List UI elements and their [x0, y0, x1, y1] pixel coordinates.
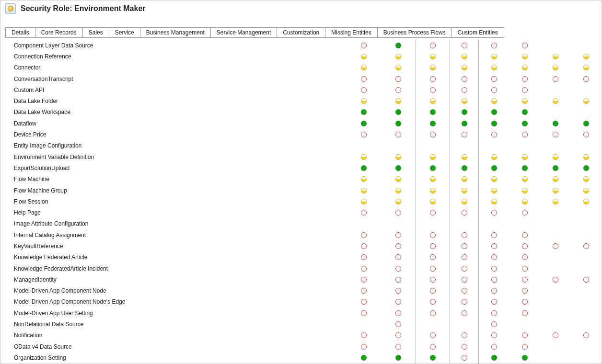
perm-user-icon[interactable]: [583, 154, 589, 160]
perm-user-icon[interactable]: [522, 54, 528, 59]
perm-cell[interactable]: [479, 185, 509, 196]
perm-none-icon[interactable]: [430, 232, 436, 238]
perm-cell[interactable]: [509, 151, 540, 162]
perm-none-icon[interactable]: [522, 344, 528, 350]
perm-cell[interactable]: [509, 73, 540, 84]
perm-none-icon[interactable]: [491, 243, 497, 249]
perm-cell[interactable]: [450, 95, 479, 106]
perm-none-icon[interactable]: [361, 310, 367, 316]
perm-none-icon[interactable]: [430, 254, 436, 260]
perm-none-icon[interactable]: [361, 332, 367, 338]
tab-core-records[interactable]: Core Records: [35, 27, 83, 38]
perm-cell[interactable]: [381, 196, 416, 207]
perm-cell[interactable]: [347, 95, 381, 106]
perm-cell[interactable]: [509, 252, 540, 263]
perm-none-icon[interactable]: [553, 132, 558, 137]
perm-cell[interactable]: [347, 285, 381, 296]
perm-cell[interactable]: [347, 307, 381, 318]
perm-user-icon[interactable]: [583, 98, 589, 104]
perm-org-icon[interactable]: [462, 165, 467, 171]
perm-cell[interactable]: [450, 274, 479, 285]
perm-cell[interactable]: [479, 73, 509, 84]
perm-cell[interactable]: [571, 140, 602, 151]
perm-user-icon[interactable]: [361, 199, 367, 205]
perm-user-icon[interactable]: [522, 188, 528, 193]
perm-none-icon[interactable]: [462, 76, 467, 82]
perm-cell[interactable]: [450, 62, 479, 73]
perm-none-icon[interactable]: [491, 288, 497, 294]
perm-cell[interactable]: [540, 185, 571, 196]
perm-cell[interactable]: [416, 341, 450, 352]
perm-cell[interactable]: [509, 95, 540, 106]
perm-cell[interactable]: [479, 107, 509, 118]
perm-user-icon[interactable]: [430, 54, 436, 59]
perm-cell[interactable]: [381, 73, 416, 84]
perm-cell[interactable]: [571, 263, 602, 274]
perm-none-icon[interactable]: [462, 299, 467, 305]
perm-user-icon[interactable]: [430, 65, 436, 70]
perm-cell[interactable]: [571, 40, 602, 51]
perm-cell[interactable]: [540, 263, 571, 274]
perm-cell[interactable]: [571, 274, 602, 285]
perm-none-icon[interactable]: [361, 254, 367, 260]
perm-none-icon[interactable]: [430, 87, 436, 93]
perm-none-icon[interactable]: [491, 87, 497, 93]
perm-none-icon[interactable]: [522, 277, 528, 283]
perm-cell[interactable]: [509, 274, 540, 285]
perm-cell[interactable]: [540, 207, 571, 218]
perm-cell[interactable]: [347, 129, 381, 140]
perm-user-icon[interactable]: [553, 98, 558, 104]
perm-user-icon[interactable]: [522, 199, 528, 205]
perm-none-icon[interactable]: [553, 76, 558, 82]
perm-cell[interactable]: [381, 62, 416, 73]
perm-org-icon[interactable]: [583, 165, 589, 171]
perm-org-icon[interactable]: [522, 109, 528, 115]
perm-cell[interactable]: [347, 118, 381, 129]
perm-cell[interactable]: [571, 84, 602, 95]
perm-user-icon[interactable]: [430, 98, 436, 104]
perm-cell[interactable]: [540, 307, 571, 318]
perm-cell[interactable]: [347, 40, 381, 51]
perm-none-icon[interactable]: [462, 310, 467, 316]
perm-cell[interactable]: [509, 240, 540, 251]
perm-cell[interactable]: [381, 274, 416, 285]
perm-cell[interactable]: [479, 263, 509, 274]
perm-cell[interactable]: [347, 274, 381, 285]
perm-cell[interactable]: [450, 129, 479, 140]
perm-cell[interactable]: [540, 62, 571, 73]
perm-cell[interactable]: [479, 218, 509, 229]
perm-org-icon[interactable]: [583, 121, 589, 126]
perm-cell[interactable]: [347, 174, 381, 185]
perm-cell[interactable]: [450, 341, 479, 352]
perm-cell[interactable]: [347, 151, 381, 162]
perm-cell[interactable]: [540, 240, 571, 251]
perm-none-icon[interactable]: [522, 132, 528, 137]
perm-user-icon[interactable]: [553, 188, 558, 193]
tab-sales[interactable]: Sales: [82, 27, 109, 38]
perm-org-icon[interactable]: [395, 121, 401, 126]
perm-none-icon[interactable]: [395, 310, 401, 316]
perm-cell[interactable]: [381, 174, 416, 185]
perm-cell[interactable]: [479, 95, 509, 106]
perm-user-icon[interactable]: [522, 65, 528, 70]
perm-cell[interactable]: [479, 274, 509, 285]
perm-cell[interactable]: [381, 218, 416, 229]
perm-none-icon[interactable]: [522, 299, 528, 305]
perm-cell[interactable]: [540, 196, 571, 207]
perm-cell[interactable]: [347, 73, 381, 84]
perm-org-icon[interactable]: [491, 355, 497, 361]
perm-org-icon[interactable]: [395, 355, 401, 361]
perm-user-icon[interactable]: [430, 176, 436, 182]
perm-none-icon[interactable]: [491, 43, 497, 48]
perm-none-icon[interactable]: [491, 277, 497, 283]
perm-user-icon[interactable]: [430, 154, 436, 160]
perm-cell[interactable]: [571, 62, 602, 73]
perm-none-icon[interactable]: [522, 266, 528, 272]
perm-none-icon[interactable]: [361, 76, 367, 82]
perm-none-icon[interactable]: [361, 299, 367, 305]
perm-org-icon[interactable]: [395, 109, 401, 115]
perm-none-icon[interactable]: [395, 288, 401, 294]
perm-user-icon[interactable]: [361, 188, 367, 193]
perm-cell[interactable]: [540, 341, 571, 352]
perm-user-icon[interactable]: [462, 176, 467, 182]
